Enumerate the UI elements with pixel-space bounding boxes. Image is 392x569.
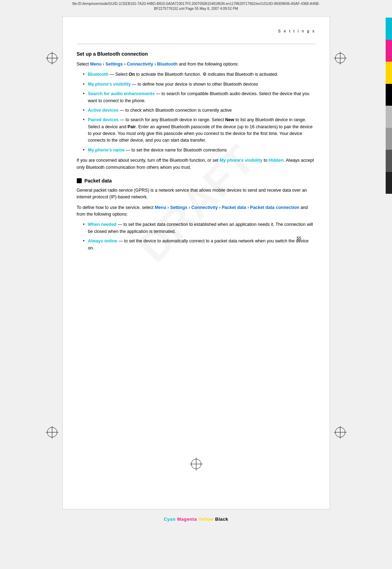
packet-data-bullet-list: When needed — to set the packet data con…: [77, 221, 316, 252]
packet-data-define: To define how to use the service, select…: [77, 204, 316, 218]
bullet-always-online: Always online — to set the device to aut…: [83, 238, 316, 252]
bullet-always-online-link: Always online: [88, 239, 117, 243]
main-content: DRAFT S e t t i n g s Set up a Bluetooth…: [62, 16, 330, 509]
settings-header: S e t t i n g s: [77, 27, 316, 33]
connectivity-link: Connectivity: [127, 62, 153, 67]
black-label: Black: [215, 517, 228, 522]
settings-link: Settings: [105, 62, 123, 67]
page-wrapper: file:/D:/temp/overmode/GUID-1CEEB162-7A2…: [0, 0, 392, 569]
packet-data-conn-link: Packet data connection: [250, 205, 299, 210]
packet-data-section: Packet data General packet radio service…: [77, 178, 316, 252]
reg-mark-top-right: [334, 52, 347, 64]
packet-data-link: Packet data: [222, 205, 246, 210]
bullet-visibility-text: — to define how your device is shown to …: [132, 82, 258, 87]
packet-data-title-text: Packet data: [85, 178, 112, 184]
file-path-line2: BF2275776152.xml Page 55 May 8, 2007 4:0…: [154, 7, 238, 11]
bluetooth-section: Set up a Bluetooth connection Select Men…: [77, 51, 316, 171]
packet-data-intro: General packet radio service (GPRS) is a…: [77, 187, 316, 201]
cyan-label: Cyan: [164, 517, 176, 522]
yellow-bar: [386, 62, 392, 84]
settings-label: S e t t i n g s: [278, 29, 315, 33]
section-divider: [77, 44, 316, 44]
magenta-bar: [386, 40, 392, 62]
bluetooth-section-title: Set up a Bluetooth connection: [77, 51, 316, 57]
reg-mark-bottom-center: [190, 458, 203, 470]
bullet-phonename: My phone's name — to set the device name…: [83, 147, 316, 154]
bullet-bluetooth-link: Bluetooth: [88, 72, 108, 77]
bullet-visibility-link: My phone's visibility: [88, 82, 131, 87]
bullet-paired-link: Paired devices: [88, 117, 119, 122]
bluetooth-link: Bluetooth: [157, 62, 178, 67]
bullet-when-needed-link: When needed: [88, 222, 117, 227]
hidden-link: Hidden: [269, 158, 284, 163]
bullet-paired: Paired devices — to search for any Bluet…: [83, 117, 316, 144]
content-area: S e t t i n g s Set up a Bluetooth conne…: [77, 27, 316, 252]
bluetooth-footer: If you are concerned about security, tur…: [77, 157, 316, 171]
menu-link: Menu: [90, 62, 102, 67]
bluetooth-intro: Select Menu › Settings › Connectivity › …: [77, 61, 316, 68]
bottom-color-labels: Cyan Magenta Yellow Black: [164, 517, 228, 522]
color-bars: [386, 18, 392, 194]
bullet-when-needed: When needed — to set the packet data con…: [83, 221, 316, 235]
menu-link2: Menu: [155, 205, 166, 210]
file-path-line1: file:/D:/temp/overmode/GUID-1CEEB162-7A2…: [72, 2, 319, 6]
bullet-active: Active devices — to check which Bluetoot…: [83, 107, 316, 114]
bluetooth-bullet-list: Bluetooth — Select On to activate the Bl…: [77, 71, 316, 154]
yellow-label: Yellow: [198, 517, 213, 522]
bullet-phonename-link: My phone's name: [88, 148, 125, 153]
magenta-label: Magenta: [177, 517, 197, 522]
bullet-audio-link: Search for audio enhancements: [88, 91, 155, 96]
reg-mark-bottom-right: [334, 426, 347, 439]
page-number: 55: [297, 236, 301, 241]
vdgray-bar: [386, 172, 392, 194]
dgray-bar: [386, 150, 392, 172]
bullet-paired-text: — to search for any Bluetooth device in …: [88, 117, 313, 143]
bullet-bluetooth: Bluetooth — Select On to activate the Bl…: [83, 71, 316, 78]
cyan-bar: [386, 18, 392, 40]
bullet-when-needed-text: — to set the packet data connection to e…: [88, 222, 313, 234]
bullet-phonename-text: — to set the device name for Bluetooth c…: [126, 148, 226, 153]
bullet-always-online-text: — to set the device to automatically con…: [88, 239, 309, 250]
bullet-active-link: Active devices: [88, 108, 119, 113]
black-square-icon: [77, 178, 82, 183]
bullet-bluetooth-text: — Select On to activate the Bluetooth fu…: [110, 72, 278, 77]
packet-data-title: Packet data: [77, 178, 316, 184]
connectivity-link2: Connectivity: [191, 205, 218, 210]
mgray-bar: [386, 128, 392, 150]
bullet-active-text: — to check which Bluetooth connection is…: [120, 108, 232, 113]
lgray-bar: [386, 106, 392, 128]
settings-link2: Settings: [170, 205, 187, 210]
visibility-footer-link: My phone's visibility: [220, 158, 263, 163]
reg-mark-top-left: [46, 52, 58, 64]
reg-mark-bottom-left: [46, 426, 58, 439]
black-bar: [386, 84, 392, 106]
bullet-audio: Search for audio enhancements — to searc…: [83, 91, 316, 104]
file-path-bar: file:/D:/temp/overmode/GUID-1CEEB162-7A2…: [0, 0, 392, 13]
bullet-visibility: My phone's visibility — to define how yo…: [83, 81, 316, 88]
